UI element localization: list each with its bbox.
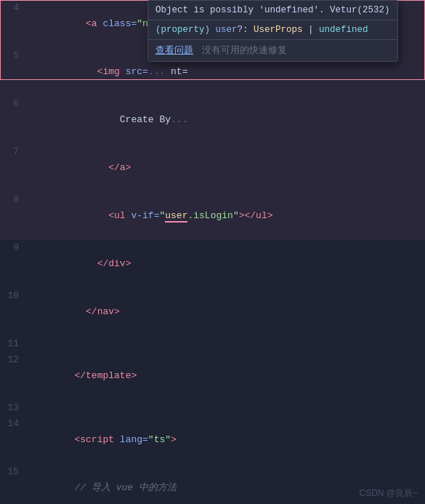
pipe: | — [303, 25, 320, 35]
attr-lang-val: "ts" — [148, 434, 171, 445]
tooltip-popup[interactable]: Object is possibly 'undefined'. Vetur(25… — [147, 0, 398, 62]
code-line-11: 11 — [0, 336, 425, 352]
tooltip-type-info: (property) user?: UserProps | undefined — [148, 20, 397, 40]
script-tag-open: <script — [74, 434, 114, 445]
comment-import: // 导入 vue 中的方法 — [74, 482, 176, 493]
attr-vif: v-if= — [126, 210, 160, 221]
code-line-10: 10 </nav> — [0, 288, 425, 336]
code-line-9: 9 </div> — [0, 240, 425, 288]
tooltip-error-message: Object is possibly 'undefined'. Vetur(25… — [148, 1, 397, 20]
line-content-6: Create By... — [29, 96, 425, 144]
img-tag: <img — [86, 66, 120, 77]
attr-vif-islogin: .isLogin" — [187, 210, 238, 221]
line-content-9: </div> — [29, 240, 425, 288]
attr-src: src= — [120, 66, 148, 77]
view-problem-link[interactable]: 查看问题 — [155, 44, 193, 57]
code-lines: Object is possibly 'undefined'. Vetur(25… — [0, 0, 425, 504]
line-number-15: 15 — [0, 464, 29, 480]
line-number-6: 6 — [0, 96, 29, 112]
line-content-14: <script lang="ts"> — [29, 416, 425, 464]
ul-tag: <ul — [86, 210, 126, 221]
line-number-13: 13 — [0, 400, 29, 416]
code-editor: Object is possibly 'undefined'. Vetur(25… — [0, 0, 425, 504]
line-content-8: <ul v-if="user.isLogin"></ul> — [29, 192, 425, 240]
line-number-10: 10 — [0, 288, 29, 304]
prop-name: user — [216, 25, 238, 35]
line-number-11: 11 — [0, 336, 29, 352]
code-line-12: 12 </template> — [0, 352, 425, 400]
close-a-tag: </a> — [86, 162, 131, 173]
tooltip-actions[interactable]: 查看问题 没有可用的快速修复 — [148, 40, 397, 61]
error-region: Object is possibly 'undefined'. Vetur(25… — [0, 0, 425, 240]
close-div-tag: </div> — [74, 258, 131, 269]
user-variable: user — [165, 210, 187, 223]
ellipsis3: ... — [171, 114, 187, 125]
line-content-12: </template> — [29, 352, 425, 400]
line-number-4: 4 — [0, 0, 29, 16]
optional-mark: ?: — [238, 25, 254, 35]
type-ref: UserProps — [254, 25, 303, 35]
code-line-6: 6 Create By... — [0, 96, 425, 144]
line-number-14: 14 — [0, 416, 29, 432]
csdn-watermark: CSDN @良辰~ — [359, 487, 418, 500]
ul-close-tag: ></ul> — [239, 210, 273, 221]
ellipsis2: ... — [148, 66, 165, 77]
line-number-7: 7 — [0, 144, 29, 160]
close-template-tag: </template> — [74, 370, 137, 381]
line-number-8: 8 — [0, 192, 29, 208]
line-content-10: </nav> — [29, 288, 425, 336]
script-tag-close-bracket: > — [171, 434, 177, 445]
line-number-12: 12 — [0, 352, 29, 368]
code-line-14: 14 <script lang="ts"> — [0, 416, 425, 464]
undefined-keyword: undefined — [319, 25, 368, 35]
no-fix-label: 没有可用的快速修复 — [202, 44, 287, 57]
line-number-9: 9 — [0, 240, 29, 256]
code-line-7: 7 </a> — [0, 144, 425, 192]
error-message-text: Object is possibly 'undefined'. Vetur(25… — [155, 5, 390, 15]
attr-class-val: "n — [137, 18, 148, 29]
attr-class: class= — [97, 18, 137, 29]
close-nav-tag: </nav> — [74, 306, 119, 317]
extra5: nt= — [165, 66, 187, 77]
code-line-8: 8 <ul v-if="user.isLogin"></ul> — [0, 192, 425, 240]
line-number-5: 5 — [0, 48, 29, 64]
tag-open: <a — [86, 18, 97, 29]
create-by-text: Create By — [86, 114, 171, 125]
prop-keyword: (property) — [155, 25, 216, 35]
code-line-13: 13 — [0, 400, 425, 416]
line-content-7: </a> — [29, 144, 425, 192]
attr-lang: lang= — [114, 434, 148, 445]
